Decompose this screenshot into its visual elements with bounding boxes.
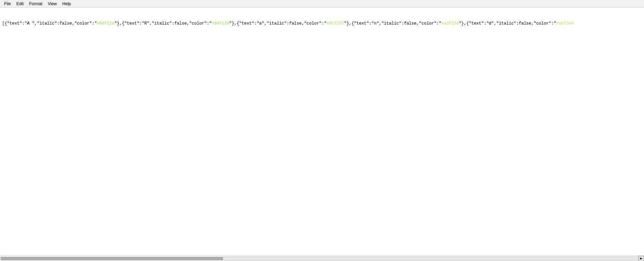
menu-item-format[interactable]: Format (26, 1, 45, 7)
editor-line: [{"text":"A ","italic":false,"color":"#8… (2, 21, 642, 27)
colored-text-span: "},{"text":"R","italic":false,"color":" (114, 21, 212, 26)
colored-text-span: #a3f23d (442, 21, 459, 26)
colored-text-span: "},{"text":"n","italic":false,"color":" (344, 21, 442, 26)
colored-text-span: #abf344 (556, 21, 574, 26)
colored-text-span: #94f130 (212, 21, 229, 26)
menu-item-edit[interactable]: Edit (14, 1, 26, 7)
menu-item-help[interactable]: Help (60, 1, 74, 7)
colored-text-span: "},{"text":"d","italic":false,"color":" (459, 21, 556, 26)
colored-text-span: "},{"text":"a","italic":false,"color":" (229, 21, 327, 26)
horizontal-scrollbar[interactable]: ▶ (0, 256, 644, 261)
colored-text-span: [{"text":"A ","italic":false,"color":" (2, 21, 97, 26)
scrollbar-track[interactable] (0, 257, 638, 260)
horizontal-scrollbar-area: ▶ (0, 255, 644, 261)
colored-text-span: #8df12a (97, 21, 114, 26)
menu-item-file[interactable]: File (1, 1, 14, 7)
editor-area[interactable]: [{"text":"A ","italic":false,"color":"#8… (0, 8, 644, 255)
colored-text-span: #9cf237 (327, 21, 344, 26)
menubar: FileEditFormatViewHelp (0, 0, 644, 8)
scrollbar-right-button[interactable]: ▶ (638, 256, 644, 261)
menu-item-view[interactable]: View (45, 1, 60, 7)
scrollbar-thumb[interactable] (1, 257, 223, 260)
editor-content: [{"text":"A ","italic":false,"color":"#8… (2, 21, 642, 255)
